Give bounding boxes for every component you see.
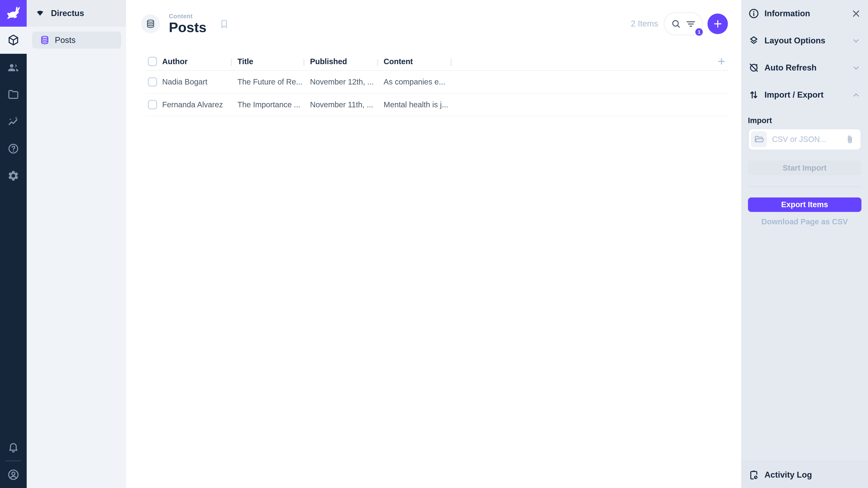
module-files[interactable] <box>0 81 27 108</box>
box-icon <box>7 34 20 46</box>
module-content[interactable] <box>0 27 27 54</box>
help-circle-icon <box>7 142 20 155</box>
nav-item-label: Posts <box>55 35 75 45</box>
column-header-published[interactable]: Published <box>303 57 377 66</box>
user-menu-button[interactable] <box>0 461 27 488</box>
paperclip-icon[interactable] <box>845 134 855 144</box>
directus-logo[interactable] <box>0 0 27 27</box>
sidebar-section-information[interactable]: Information <box>741 0 868 27</box>
column-header-title[interactable]: Title <box>231 57 303 66</box>
table-row[interactable]: Nadia Bogart The Future of Re... Novembe… <box>146 71 728 93</box>
people-icon <box>6 61 20 74</box>
close-icon[interactable] <box>851 8 862 19</box>
add-column-icon[interactable] <box>717 57 726 66</box>
table-row[interactable]: Fernanda Alvarez The Importance ... Nove… <box>146 94 728 116</box>
module-insights[interactable] <box>0 108 27 135</box>
search-icon[interactable] <box>671 19 681 29</box>
row-checkbox[interactable] <box>148 100 157 109</box>
column-header-content[interactable]: Content <box>377 57 451 66</box>
module-help[interactable] <box>0 135 27 162</box>
row-select-cell <box>146 100 162 109</box>
module-users[interactable] <box>0 54 27 81</box>
info-circle-icon <box>748 8 760 19</box>
settings-gear-icon <box>7 170 20 182</box>
row-checkbox[interactable] <box>148 77 157 87</box>
import-file-field[interactable] <box>772 135 840 144</box>
chevron-up-icon <box>851 90 862 100</box>
main-content: Content Posts 2 Items <box>126 0 741 488</box>
user-circle-icon <box>7 468 20 481</box>
section-label: Auto Refresh <box>765 63 846 72</box>
title-block: Content Posts <box>169 13 207 35</box>
cell-author: Nadia Bogart <box>162 77 231 86</box>
folder-icon <box>7 88 20 101</box>
sidebar-title: Information <box>765 9 846 18</box>
download-csv-link[interactable]: Download Page as CSV <box>748 217 862 226</box>
panel-divider <box>748 186 862 187</box>
layers-icon <box>748 35 760 46</box>
import-heading: Import <box>748 116 862 125</box>
cell-title: The Importance ... <box>231 100 303 109</box>
start-import-button[interactable]: Start Import <box>748 160 862 175</box>
breadcrumb: Content <box>169 13 207 20</box>
project-bar[interactable]: Directus <box>27 0 126 27</box>
items-count: 2 Items <box>631 19 658 29</box>
module-bar <box>0 0 27 488</box>
sync-disabled-icon <box>748 62 760 73</box>
navigation-panel: Directus Posts <box>27 0 126 488</box>
search-filter-pill: 1 <box>664 12 703 35</box>
plus-icon <box>712 18 723 29</box>
sidebar-section-layout-options[interactable]: Layout Options <box>741 27 868 54</box>
table-header-row: Author Title Published Content <box>146 53 728 71</box>
database-icon <box>40 35 50 45</box>
filter-icon[interactable] <box>686 19 696 29</box>
import-file-input[interactable] <box>748 128 862 151</box>
collection-icon-button[interactable] <box>141 14 160 33</box>
directus-app: Directus Posts <box>0 0 868 488</box>
sidebar-item-posts[interactable]: Posts <box>32 32 121 49</box>
activity-log-label: Activity Log <box>765 470 862 480</box>
notifications-button[interactable] <box>0 434 27 460</box>
swap-vertical-arrows-icon <box>748 89 760 101</box>
items-table: Author Title Published Content Nadia Bog… <box>146 53 728 116</box>
cell-content: As companies e... <box>377 77 451 86</box>
sidebar-section-import-export[interactable]: Import / Export <box>741 81 868 108</box>
column-header-author[interactable]: Author <box>162 57 231 66</box>
page-header: Content Posts 2 Items <box>141 13 728 35</box>
column-header-spacer <box>451 57 728 66</box>
project-status-wedge-icon <box>35 8 45 19</box>
import-export-panel: Import Start Import Export Items <box>741 108 868 226</box>
database-icon <box>146 19 156 29</box>
cell-author: Fernanda Alvarez <box>162 100 231 109</box>
rabbit-logo-icon <box>5 5 22 22</box>
module-settings[interactable] <box>0 162 27 189</box>
select-all-cell <box>146 57 162 66</box>
bookmark-icon[interactable] <box>219 18 230 29</box>
clipboard-clock-icon <box>748 469 760 481</box>
sidebar-section-auto-refresh[interactable]: Auto Refresh <box>741 54 868 81</box>
cell-title: The Future of Re... <box>231 77 303 86</box>
select-all-checkbox[interactable] <box>148 57 157 66</box>
info-sidebar: Information Layout Options <box>741 0 868 488</box>
export-items-button[interactable]: Export Items <box>748 197 862 212</box>
cell-content: Mental health is j... <box>377 100 451 109</box>
cell-published: November 12th, ... <box>303 77 377 86</box>
bell-icon <box>7 441 20 453</box>
section-label: Layout Options <box>765 36 846 45</box>
page-title: Posts <box>169 20 207 35</box>
chevron-down-icon <box>851 63 862 73</box>
activity-log-button[interactable]: Activity Log <box>741 461 868 488</box>
folder-open-icon[interactable] <box>751 131 767 147</box>
filter-count-badge: 1 <box>695 28 703 36</box>
insights-icon <box>7 116 20 128</box>
add-item-button[interactable] <box>708 13 728 34</box>
chevron-down-icon <box>851 35 862 46</box>
cell-published: November 11th, ... <box>303 100 377 109</box>
sidebar-spacer <box>741 226 868 461</box>
row-select-cell <box>146 77 162 87</box>
project-name: Directus <box>51 8 84 18</box>
section-label: Import / Export <box>765 90 846 100</box>
